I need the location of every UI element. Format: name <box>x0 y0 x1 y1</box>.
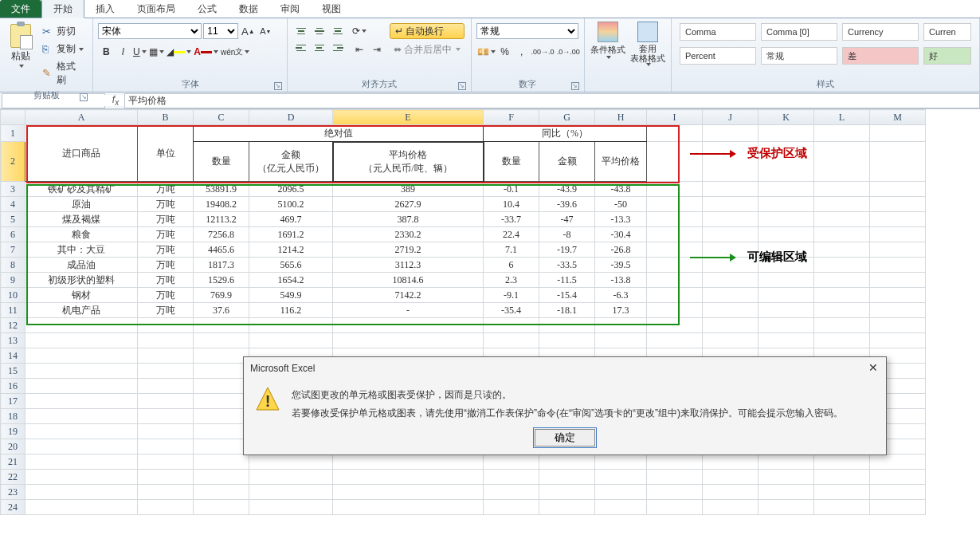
fill-color-button[interactable]: ◢ <box>166 44 192 60</box>
style-bad[interactable]: 差 <box>842 47 919 65</box>
cell-a[interactable]: 机电产品 <box>25 303 138 318</box>
cell[interactable] <box>539 500 595 515</box>
cell[interactable] <box>703 470 759 485</box>
cell[interactable] <box>870 288 926 303</box>
cell-c[interactable]: 1529.6 <box>194 273 249 288</box>
cell-h[interactable]: -13.8 <box>595 273 647 288</box>
tab-data[interactable]: 数据 <box>228 0 269 18</box>
hdr-qty2[interactable]: 数量 <box>484 142 539 182</box>
col-header-G[interactable]: G <box>539 110 595 125</box>
cell[interactable] <box>759 212 814 227</box>
cell-h[interactable]: 17.3 <box>595 303 647 318</box>
hdr-price2[interactable]: 平均价格 <box>595 142 647 182</box>
cell[interactable] <box>138 409 194 424</box>
cell-c[interactable]: 7256.8 <box>194 227 249 242</box>
cell-e[interactable]: 7142.2 <box>333 288 484 303</box>
col-header-K[interactable]: K <box>759 110 814 125</box>
cell[interactable] <box>870 258 926 273</box>
cell[interactable] <box>647 333 703 348</box>
cell-c[interactable]: 19408.2 <box>194 197 249 212</box>
cell[interactable] <box>647 318 703 333</box>
col-header-D[interactable]: D <box>249 110 333 125</box>
cell-f[interactable]: -0.1 <box>484 182 539 197</box>
cell[interactable] <box>759 333 814 348</box>
cell[interactable] <box>138 454 194 470</box>
row-header-8[interactable]: 8 <box>1 258 25 273</box>
cell-a[interactable]: 其中：大豆 <box>25 242 138 258</box>
cell[interactable] <box>870 333 926 348</box>
cell[interactable] <box>138 439 194 454</box>
row-header-4[interactable]: 4 <box>1 197 25 212</box>
cell[interactable] <box>703 273 759 288</box>
cell-d[interactable]: 549.9 <box>249 288 333 303</box>
cell[interactable] <box>814 303 870 318</box>
style-normal[interactable]: 常规 <box>761 47 837 65</box>
hdr-amt[interactable]: 金额（亿元人民币） <box>249 142 333 182</box>
cell[interactable] <box>703 485 759 500</box>
cell-a[interactable]: 粮食 <box>25 227 138 242</box>
row-header-18[interactable]: 18 <box>1 409 25 424</box>
cell[interactable] <box>759 500 814 515</box>
cell[interactable] <box>814 485 870 500</box>
cell[interactable] <box>539 454 595 470</box>
cell-g[interactable]: -18.1 <box>539 303 595 318</box>
cell[interactable] <box>703 212 759 227</box>
cell[interactable] <box>138 364 194 379</box>
cell-e[interactable]: 10814.6 <box>333 273 484 288</box>
cell[interactable] <box>25 348 138 364</box>
cell-b[interactable]: 万吨 <box>138 197 194 212</box>
cell[interactable] <box>138 485 194 500</box>
hdr-price[interactable]: 平均价格（元人民币/吨、辆） <box>333 142 484 182</box>
number-launcher[interactable]: ↘ <box>571 82 579 90</box>
cell[interactable] <box>870 454 926 470</box>
cell[interactable] <box>647 500 703 515</box>
cell[interactable] <box>25 454 138 470</box>
cell[interactable] <box>484 500 539 515</box>
row-header-1[interactable]: 1 <box>1 125 25 142</box>
row-header-6[interactable]: 6 <box>1 227 25 242</box>
cell[interactable] <box>333 318 484 333</box>
row-header-12[interactable]: 12 <box>1 318 25 333</box>
col-header-C[interactable]: C <box>194 110 249 125</box>
cell-b[interactable]: 万吨 <box>138 258 194 273</box>
cell-b[interactable]: 万吨 <box>138 242 194 258</box>
col-header-M[interactable]: M <box>870 110 926 125</box>
cell-f[interactable]: -9.1 <box>484 288 539 303</box>
cell[interactable] <box>484 333 539 348</box>
cell[interactable] <box>814 470 870 485</box>
cell[interactable] <box>595 500 647 515</box>
cell[interactable] <box>194 500 249 515</box>
hdr-product[interactable]: 进口商品 <box>25 125 138 182</box>
cell[interactable] <box>814 197 870 212</box>
cell[interactable] <box>647 485 703 500</box>
conditional-format-button[interactable]: 条件格式 <box>590 20 626 73</box>
cell[interactable] <box>759 273 814 288</box>
cell-d[interactable]: 2096.5 <box>249 182 333 197</box>
cell[interactable] <box>759 182 814 197</box>
tab-view[interactable]: 视图 <box>311 0 352 18</box>
cell[interactable] <box>870 182 926 197</box>
cell-a[interactable]: 钢材 <box>25 288 138 303</box>
cell[interactable] <box>647 273 703 288</box>
cell[interactable] <box>647 454 703 470</box>
cell[interactable] <box>138 379 194 394</box>
row-header-17[interactable]: 17 <box>1 394 25 409</box>
cell[interactable] <box>703 125 759 142</box>
cell-e[interactable]: 2330.2 <box>333 227 484 242</box>
cell[interactable] <box>138 470 194 485</box>
cell[interactable] <box>870 500 926 515</box>
cell-b[interactable]: 万吨 <box>138 288 194 303</box>
cell-h[interactable]: -39.5 <box>595 258 647 273</box>
cell-d[interactable]: 469.7 <box>249 212 333 227</box>
comma-button[interactable]: , <box>514 44 530 60</box>
cell[interactable] <box>759 288 814 303</box>
cell[interactable] <box>25 333 138 348</box>
cell[interactable] <box>249 500 333 515</box>
cell[interactable] <box>25 424 138 439</box>
cell[interactable] <box>333 500 484 515</box>
cell[interactable] <box>484 454 539 470</box>
cell-g[interactable]: -19.7 <box>539 242 595 258</box>
cell[interactable] <box>703 182 759 197</box>
align-right[interactable] <box>329 40 347 56</box>
cell[interactable] <box>814 242 870 258</box>
